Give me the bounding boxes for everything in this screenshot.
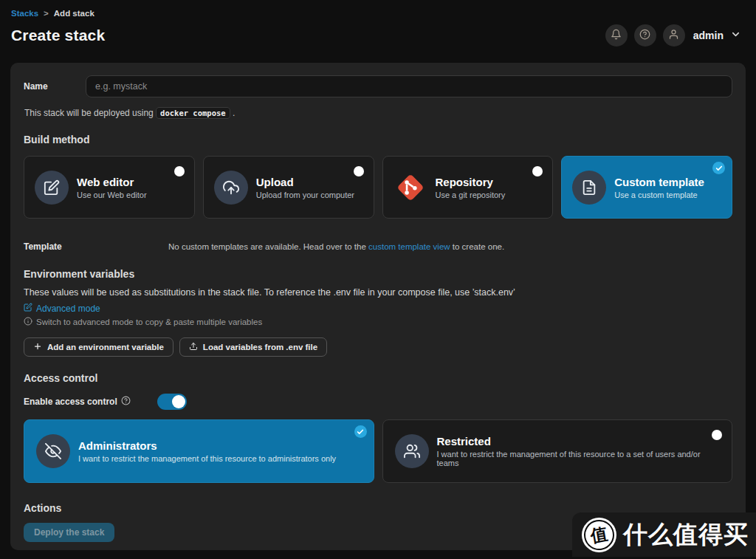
upload-icon bbox=[189, 342, 198, 352]
enable-access-control-label: Enable access control bbox=[24, 396, 131, 408]
chevron-down-icon bbox=[730, 29, 741, 43]
switch-hint-label: Switch to advanced mode to copy & paste … bbox=[36, 318, 262, 326]
card-subtitle: Use our Web editor bbox=[77, 191, 147, 199]
deploy-stack-button[interactable]: Deploy the stack bbox=[24, 523, 114, 542]
radio-unselected[interactable] bbox=[532, 166, 543, 176]
switch-hint: Switch to advanced mode to copy & paste … bbox=[24, 317, 732, 327]
access-control-heading: Access control bbox=[24, 372, 732, 384]
add-environment-variable-button[interactable]: Add an environment variable bbox=[24, 337, 173, 357]
access-control-toggle[interactable] bbox=[157, 394, 187, 410]
radio-unselected[interactable] bbox=[174, 166, 185, 176]
help-circle-icon bbox=[639, 29, 650, 43]
template-label: Template bbox=[24, 241, 168, 252]
card-title: Repository bbox=[436, 176, 506, 188]
info-icon bbox=[24, 317, 32, 327]
card-subtitle: I want to restrict the management of thi… bbox=[78, 454, 336, 463]
git-icon bbox=[394, 171, 427, 205]
file-text-icon bbox=[572, 171, 606, 205]
toggle-knob bbox=[172, 395, 185, 408]
add-env-var-label: Add an environment variable bbox=[47, 343, 164, 351]
plus-icon bbox=[33, 342, 42, 352]
name-input[interactable] bbox=[86, 75, 732, 97]
radio-selected-check-icon[interactable] bbox=[354, 425, 367, 438]
custom-template-view-link[interactable]: custom template view bbox=[368, 242, 450, 251]
radio-unselected[interactable] bbox=[712, 430, 722, 440]
template-row: Template No custom templates are availab… bbox=[24, 241, 732, 252]
advanced-mode-label: Advanced mode bbox=[36, 303, 100, 314]
create-stack-panel: Name This stack will be deployed using d… bbox=[10, 63, 746, 550]
deploy-note-suffix: . bbox=[233, 108, 235, 118]
access-control-toggle-row: Enable access control bbox=[24, 394, 732, 410]
access-card-restricted[interactable]: Restricted I want to restrict the manage… bbox=[382, 419, 733, 483]
radio-unselected[interactable] bbox=[354, 166, 364, 176]
environment-description: These values will be used as substitutio… bbox=[24, 287, 732, 298]
radio-selected-check-icon[interactable] bbox=[712, 162, 725, 174]
access-control-cards: Administrators I want to restrict the ma… bbox=[24, 419, 732, 483]
build-method-heading: Build method bbox=[24, 134, 732, 145]
card-title: Upload bbox=[256, 176, 354, 188]
page-title: Create stack bbox=[11, 27, 105, 44]
name-field-row: Name bbox=[24, 75, 732, 97]
smzdm-watermark: 值 什么值得买 bbox=[572, 512, 756, 557]
environment-buttons: Add an environment variable Load variabl… bbox=[24, 337, 732, 357]
breadcrumb-current: Add stack bbox=[54, 9, 94, 18]
upload-cloud-icon bbox=[214, 171, 248, 205]
template-text-before: No custom templates are available. Head … bbox=[168, 242, 366, 251]
card-title: Web editor bbox=[77, 176, 147, 188]
user-menu-toggle[interactable] bbox=[730, 29, 741, 43]
environment-variables-heading: Environment variables bbox=[24, 268, 732, 280]
help-button[interactable] bbox=[634, 24, 656, 47]
card-subtitle: Use a git repository bbox=[436, 191, 506, 199]
bell-icon bbox=[611, 29, 622, 43]
card-subtitle: Use a custom template bbox=[614, 191, 704, 199]
card-title: Restricted bbox=[437, 435, 721, 447]
advanced-mode-link[interactable]: Advanced mode bbox=[24, 303, 100, 314]
deploy-note-code: docker compose bbox=[156, 107, 230, 119]
edit-icon bbox=[35, 171, 69, 205]
user-avatar[interactable] bbox=[663, 24, 685, 47]
smzdm-logo-icon: 值 bbox=[582, 518, 616, 552]
username-label: admin bbox=[693, 30, 724, 41]
build-card-custom-template[interactable]: Custom template Use a custom template bbox=[561, 156, 732, 219]
deploy-note: This stack will be deployed using docker… bbox=[24, 108, 732, 118]
load-variables-label: Load variables from .env file bbox=[203, 343, 317, 351]
template-text-after: to create one. bbox=[453, 242, 504, 251]
build-card-upload[interactable]: Upload Upload from your computer bbox=[203, 156, 374, 219]
edit-icon bbox=[24, 303, 32, 314]
smzdm-watermark-text: 什么值得买 bbox=[623, 518, 749, 552]
users-icon bbox=[395, 434, 429, 468]
card-title: Administrators bbox=[78, 439, 336, 452]
load-variables-button[interactable]: Load variables from .env file bbox=[179, 337, 327, 357]
build-card-repository[interactable]: Repository Use a git repository bbox=[382, 156, 554, 219]
smzdm-logo-char: 值 bbox=[582, 517, 616, 552]
deploy-note-prefix: This stack will be deployed using bbox=[24, 108, 154, 118]
help-circle-icon bbox=[121, 396, 131, 408]
card-subtitle: I want to restrict the management of thi… bbox=[437, 450, 721, 467]
card-title: Custom template bbox=[614, 176, 704, 188]
card-subtitle: Upload from your computer bbox=[256, 191, 354, 199]
breadcrumb-link-stacks[interactable]: Stacks bbox=[11, 9, 38, 18]
breadcrumb-separator: > bbox=[44, 9, 49, 18]
top-bar: Stacks > Add stack Create stack admin bbox=[0, 0, 756, 47]
eye-off-icon bbox=[36, 434, 70, 468]
user-icon bbox=[668, 29, 679, 43]
header-actions: admin bbox=[605, 24, 744, 47]
template-empty-text: No custom templates are available. Head … bbox=[168, 242, 504, 251]
build-card-web-editor[interactable]: Web editor Use our Web editor bbox=[24, 156, 195, 219]
name-label: Name bbox=[24, 81, 86, 92]
build-method-cards: Web editor Use our Web editor Upload Upl… bbox=[24, 156, 732, 219]
toggle-label-text: Enable access control bbox=[24, 397, 117, 407]
breadcrumb: Stacks > Add stack bbox=[11, 9, 744, 18]
notifications-button[interactable] bbox=[605, 24, 628, 47]
access-card-administrators[interactable]: Administrators I want to restrict the ma… bbox=[24, 419, 374, 483]
